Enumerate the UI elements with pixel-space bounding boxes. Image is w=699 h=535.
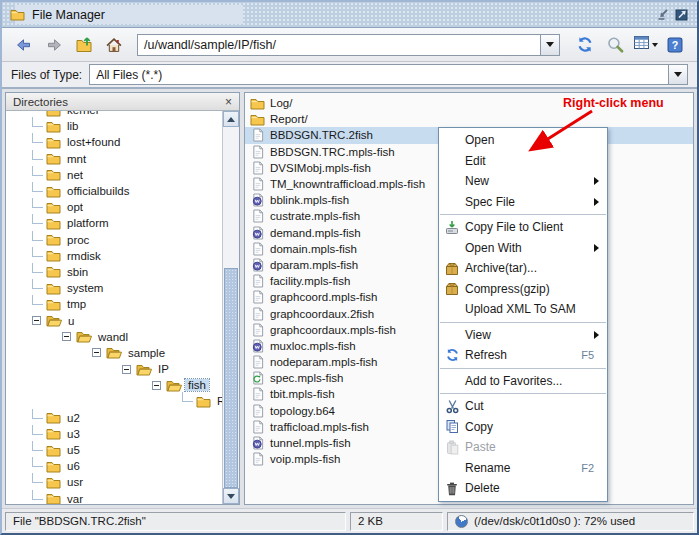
maximize-window-button[interactable]	[674, 8, 689, 22]
files-of-type-combo[interactable]: All Files (*.*)	[89, 64, 688, 85]
tree-item-opt[interactable]: opt	[6, 199, 222, 215]
tree-connector-line	[182, 392, 193, 402]
tree-item-fish[interactable]: fish	[6, 377, 222, 393]
tree-connector-line	[32, 214, 43, 224]
menu-item-new[interactable]: New	[439, 171, 607, 192]
file-item-Report[interactable]: Report/	[245, 111, 693, 127]
file-item-label: muxloc.mpls-fish	[270, 340, 356, 352]
forward-button[interactable]	[41, 32, 67, 58]
tree-connector-line	[32, 166, 43, 176]
tree-item-u[interactable]: u	[6, 312, 222, 328]
tree-item-lib[interactable]: lib	[6, 118, 222, 134]
views-button[interactable]	[632, 32, 658, 58]
menu-shortcut: F2	[581, 462, 594, 474]
table-view-icon	[633, 35, 650, 54]
file-icon	[250, 209, 265, 223]
tree-item-sbin[interactable]: sbin	[6, 264, 222, 280]
menu-item-add-to-favorites[interactable]: Add to Favorites...	[439, 371, 607, 392]
tree-item-u3[interactable]: u3	[6, 426, 222, 442]
tree-expander-minus[interactable]	[32, 316, 41, 325]
submenu-arrow-icon	[594, 244, 599, 252]
up-directory-button[interactable]	[71, 32, 97, 58]
tree-item-IP[interactable]: IP	[6, 361, 222, 377]
submenu-arrow-icon	[594, 177, 599, 185]
tree-item-system[interactable]: system	[6, 280, 222, 296]
menu-item-compress-gzip[interactable]: Compress(gzip)	[439, 279, 607, 300]
scroll-up-button[interactable]	[223, 111, 239, 127]
tree-item-net[interactable]: net	[6, 167, 222, 183]
address-text[interactable]: /u/wandl/sample/IP/fish/	[138, 35, 540, 55]
tree-item-u2[interactable]: u2	[6, 410, 222, 426]
scroll-down-button[interactable]	[223, 488, 239, 504]
triangle-down-icon	[227, 494, 235, 499]
tree-item-Report[interactable]: Report	[6, 393, 222, 409]
chevron-down-icon	[652, 43, 658, 47]
menu-item-rename[interactable]: RenameF2	[439, 458, 607, 479]
tree-connector-line	[32, 198, 43, 208]
scrollbar-thumb[interactable]	[224, 268, 238, 488]
folder-open-icon	[136, 363, 152, 376]
tree-item-platform[interactable]: platform	[6, 215, 222, 231]
disk-usage-pie-icon	[455, 515, 468, 528]
tree-item-lost-found[interactable]: lost+found	[6, 134, 222, 150]
address-dropdown-button[interactable]	[540, 35, 559, 55]
tree-expander-minus[interactable]	[92, 348, 101, 357]
tree-connector-line	[32, 490, 43, 500]
file-icon	[250, 355, 265, 369]
file-item-label: topology.b64	[270, 405, 335, 417]
back-button[interactable]	[11, 32, 37, 58]
tree-item-proc[interactable]: proc	[6, 232, 222, 248]
file-icon	[250, 274, 265, 288]
refresh-button[interactable]	[572, 32, 598, 58]
file-item-label: Log/	[270, 97, 292, 109]
tree-item-label: mnt	[64, 153, 89, 165]
tree-item-mnt[interactable]: mnt	[6, 151, 222, 167]
close-directories-button[interactable]: ×	[225, 96, 232, 108]
title-bar[interactable]: File Manager	[2, 2, 697, 28]
tree-item-usr[interactable]: usr	[6, 474, 222, 490]
tree-expander-minus[interactable]	[62, 332, 71, 341]
search-button[interactable]	[602, 32, 628, 58]
home-button[interactable]	[101, 32, 127, 58]
file-item-label: TM_knowntrafficload.mpls-fish	[270, 178, 425, 190]
tree-item-u5[interactable]: u5	[6, 442, 222, 458]
menu-item-spec-file[interactable]: Spec File	[439, 192, 607, 213]
menu-item-upload-xml-to-sam[interactable]: Upload XML To SAM	[439, 299, 607, 320]
tree-item-tmp[interactable]: tmp	[6, 296, 222, 312]
copy-icon	[439, 419, 465, 434]
menu-separator	[440, 368, 606, 369]
wandl-file-icon	[250, 226, 265, 240]
files-of-type-dropdown-button[interactable]	[668, 65, 687, 84]
status-size-text: 2 KB	[358, 515, 383, 527]
folder-icon	[46, 265, 61, 278]
file-type-row: Files of Type: All Files (*.*)	[2, 62, 697, 89]
menu-item-archive-tar[interactable]: Archive(tar)...	[439, 258, 607, 279]
menu-item-copy-file-to-client[interactable]: Copy File to Client	[439, 217, 607, 238]
tree-expander-minus[interactable]	[122, 365, 131, 374]
folder-icon	[46, 136, 61, 149]
tree-item-officialbuilds[interactable]: officialbuilds	[6, 183, 222, 199]
tree-item-sample[interactable]: sample	[6, 345, 222, 361]
tree-connector-line	[32, 295, 43, 305]
file-item-label: custrate.mpls-fish	[270, 210, 360, 222]
file-icon	[250, 161, 265, 175]
menu-item-view[interactable]: View	[439, 325, 607, 346]
tree-item-u6[interactable]: u6	[6, 458, 222, 474]
menu-item-delete[interactable]: Delete	[439, 478, 607, 499]
help-button[interactable]: ?	[662, 32, 688, 58]
spec-file-icon	[250, 371, 265, 385]
menu-item-refresh[interactable]: RefreshF5	[439, 345, 607, 366]
tree-item-wandl[interactable]: wandl	[6, 329, 222, 345]
tree-scrollbar[interactable]	[222, 111, 239, 504]
address-bar[interactable]: /u/wandl/sample/IP/fish/	[137, 34, 560, 56]
tree-expander-minus[interactable]	[152, 381, 161, 390]
menu-item-copy[interactable]: Copy	[439, 417, 607, 438]
file-item-label: BBDSGN.TRC.2fish	[270, 129, 373, 141]
tree-item-var[interactable]: var	[6, 491, 222, 505]
restore-window-button[interactable]	[655, 8, 670, 22]
toolbar: /u/wandl/sample/IP/fish/ ?	[2, 28, 697, 62]
menu-item-cut[interactable]: Cut	[439, 396, 607, 417]
menu-item-open-with[interactable]: Open With	[439, 238, 607, 259]
tree-item-rmdisk[interactable]: rmdisk	[6, 248, 222, 264]
menu-shortcut: F5	[581, 349, 594, 361]
